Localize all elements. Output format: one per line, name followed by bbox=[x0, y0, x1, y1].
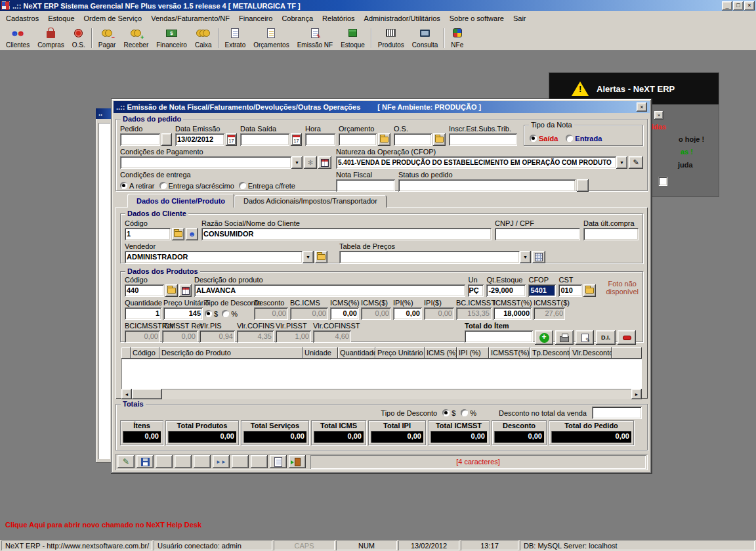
col-quantidade[interactable]: Quantidade bbox=[338, 347, 375, 359]
scroll-left-icon[interactable]: ◄ bbox=[121, 389, 132, 399]
col-icms[interactable]: ICMS (%) bbox=[425, 347, 457, 359]
orcamento-folder-button[interactable] bbox=[378, 133, 390, 146]
items-table-body[interactable] bbox=[121, 359, 642, 389]
exit-button[interactable] bbox=[289, 455, 306, 468]
toolbar-estoque[interactable]: Estoque bbox=[337, 26, 369, 50]
data-ult-compra-field[interactable] bbox=[583, 228, 639, 240]
edit-item-button[interactable] bbox=[576, 330, 594, 345]
toolbar-financeiro[interactable]: $ Financeiro bbox=[152, 26, 191, 50]
chevron-down-icon[interactable]: ▼ bbox=[616, 156, 627, 169]
orcamento-field[interactable] bbox=[339, 133, 377, 146]
menu-sobre[interactable]: Sobre o software bbox=[445, 12, 509, 25]
toolbar-produtos[interactable]: Produtos bbox=[374, 26, 408, 50]
menu-estoque[interactable]: Estoque bbox=[43, 12, 79, 25]
menu-financeiro[interactable]: Financeiro bbox=[234, 12, 277, 25]
produto-barcode-button[interactable] bbox=[179, 284, 192, 297]
inscr-field[interactable] bbox=[449, 133, 517, 146]
document-button[interactable] bbox=[270, 455, 287, 468]
toolbar-consulta[interactable]: Consulta bbox=[408, 26, 442, 50]
scroll-track[interactable] bbox=[162, 389, 631, 399]
col-icmsst[interactable]: ICMSST(%) bbox=[489, 347, 530, 359]
remove-item-button[interactable] bbox=[618, 330, 636, 345]
radio-entrega-sem-acrescimo[interactable]: Entrega s/acréscimo bbox=[159, 182, 234, 190]
toolbar-caixa[interactable]: Caixa bbox=[191, 26, 216, 50]
cliente-person-button[interactable]: ☻ bbox=[186, 228, 198, 240]
data-emissao-field[interactable]: 13/02/2012 bbox=[175, 133, 224, 146]
tabela-precos-select[interactable]: ▼ bbox=[339, 251, 531, 263]
dialog-titlebar[interactable]: ..:: Emissão de Nota Fiscal/Faturamento/… bbox=[114, 101, 650, 113]
tabela-precos-value[interactable] bbox=[339, 251, 520, 263]
toolbar-receber[interactable]: + Receber bbox=[119, 26, 152, 50]
pedido-lookup-button[interactable] bbox=[161, 133, 172, 146]
icmsst-pct-field[interactable]: 18,0000 bbox=[494, 307, 532, 320]
menu-administrador[interactable]: Administrador/Utilitários bbox=[360, 12, 445, 25]
tabela-precos-calc-button[interactable] bbox=[532, 251, 545, 263]
status-pedido-button[interactable] bbox=[577, 179, 589, 192]
cst-field[interactable]: 010 bbox=[558, 284, 582, 297]
natureza-edit-button[interactable]: ✎ bbox=[629, 156, 643, 169]
cond-pagamento-config-button[interactable]: ✻ bbox=[304, 156, 317, 169]
preco-unitario-field[interactable]: 145 bbox=[163, 307, 203, 320]
maximize-icon[interactable]: □ bbox=[733, 1, 744, 11]
radio-entrega-frete[interactable]: Entrega c/frete bbox=[239, 182, 295, 190]
produto-folder-button[interactable] bbox=[165, 284, 178, 297]
toolbar-compras[interactable]: Compras bbox=[33, 26, 68, 50]
data-saida-field[interactable] bbox=[240, 133, 289, 146]
scroll-right-icon[interactable]: ► bbox=[631, 389, 642, 399]
pedido-field[interactable] bbox=[120, 133, 160, 146]
radio-desconto-valor[interactable]: $ bbox=[205, 310, 218, 318]
status-pedido-field[interactable] bbox=[398, 179, 576, 192]
razao-social-field[interactable]: CONSUMIDOR bbox=[201, 228, 492, 240]
cond-pagamento-table-button[interactable] bbox=[318, 156, 331, 169]
window-titlebar[interactable]: ..:: NeXT ERP Sistema Gerencial NFe Plus… bbox=[0, 0, 756, 11]
os-field[interactable] bbox=[394, 133, 432, 146]
radio-a-retirar[interactable]: A retirar bbox=[120, 182, 155, 190]
scroll-thumb[interactable] bbox=[132, 389, 162, 399]
menu-vendas[interactable]: Vendas/Faturamento/NF bbox=[146, 12, 234, 25]
alerts-close-icon[interactable]: × bbox=[654, 111, 663, 120]
chevron-down-icon[interactable]: ▼ bbox=[520, 251, 531, 263]
menu-ordem-servico[interactable]: Ordem de Serviço bbox=[79, 12, 147, 25]
radio-total-desconto-percentual[interactable]: % bbox=[461, 409, 476, 417]
desconto-total-venda-field[interactable] bbox=[592, 407, 642, 419]
vendedor-folder-button[interactable] bbox=[315, 251, 327, 263]
cliente-codigo-field[interactable]: 1 bbox=[125, 228, 171, 240]
cond-pagamento-value[interactable] bbox=[120, 156, 291, 169]
vendedor-value[interactable]: ADMINISTRADOR bbox=[125, 251, 303, 263]
dialog-close-icon[interactable]: × bbox=[637, 102, 647, 112]
icms-pct-field[interactable]: 0,00 bbox=[330, 307, 359, 320]
hora-field[interactable] bbox=[305, 133, 335, 146]
cliente-folder-button[interactable] bbox=[172, 228, 184, 240]
col-descricao[interactable]: Descrição do Produto bbox=[159, 347, 303, 359]
un-field[interactable]: PÇ bbox=[468, 284, 484, 297]
total-item-field[interactable] bbox=[465, 330, 533, 343]
forward-button[interactable]: ►► bbox=[213, 455, 230, 468]
edit-button[interactable]: ✎ bbox=[117, 455, 135, 468]
col-ipi[interactable]: IPI (%) bbox=[457, 347, 489, 359]
quantidade-field[interactable]: 1 bbox=[125, 307, 161, 320]
radio-entrada[interactable]: Entrada bbox=[566, 131, 602, 145]
os-folder-button[interactable] bbox=[433, 133, 446, 146]
chevron-down-icon[interactable]: ▼ bbox=[303, 251, 314, 263]
toolbar-clientes[interactable]: ☻☻ Clientes bbox=[2, 26, 33, 50]
natureza-value[interactable]: 5.401-VENDA DE PRODUÇÃO DO ESTABELECIMEN… bbox=[336, 156, 616, 169]
add-item-button[interactable]: + bbox=[535, 330, 553, 345]
print-item-button[interactable] bbox=[555, 330, 574, 345]
cst-folder-button[interactable] bbox=[583, 284, 596, 297]
helpdesk-link[interactable]: Clique Aqui para abrir novo chamado no N… bbox=[5, 521, 201, 529]
toolbar-pagar[interactable]: − Pagar bbox=[94, 26, 120, 50]
minimize-icon[interactable]: _ bbox=[722, 1, 732, 11]
radio-total-desconto-valor[interactable]: $ bbox=[442, 409, 455, 417]
menu-cobranca[interactable]: Cobrança bbox=[277, 12, 318, 25]
menu-cadastros[interactable]: Cadastros bbox=[1, 12, 43, 25]
col-preco[interactable]: Preço Unitário bbox=[375, 347, 425, 359]
tab-cliente-produto[interactable]: Dados do Cliente/Produto bbox=[127, 194, 234, 208]
menu-relatorios[interactable]: Relatórios bbox=[318, 12, 360, 25]
nota-fiscal-field[interactable] bbox=[336, 179, 395, 192]
di-button[interactable]: D.I. bbox=[596, 330, 616, 345]
menu-sair[interactable]: Sair bbox=[509, 12, 531, 25]
toolbar-emissao-nf[interactable]: Emissão NF bbox=[293, 26, 337, 50]
natureza-select[interactable]: 5.401-VENDA DE PRODUÇÃO DO ESTABELECIMEN… bbox=[336, 156, 627, 169]
save-button[interactable] bbox=[136, 455, 154, 468]
radio-desconto-percentual[interactable]: % bbox=[222, 310, 238, 318]
